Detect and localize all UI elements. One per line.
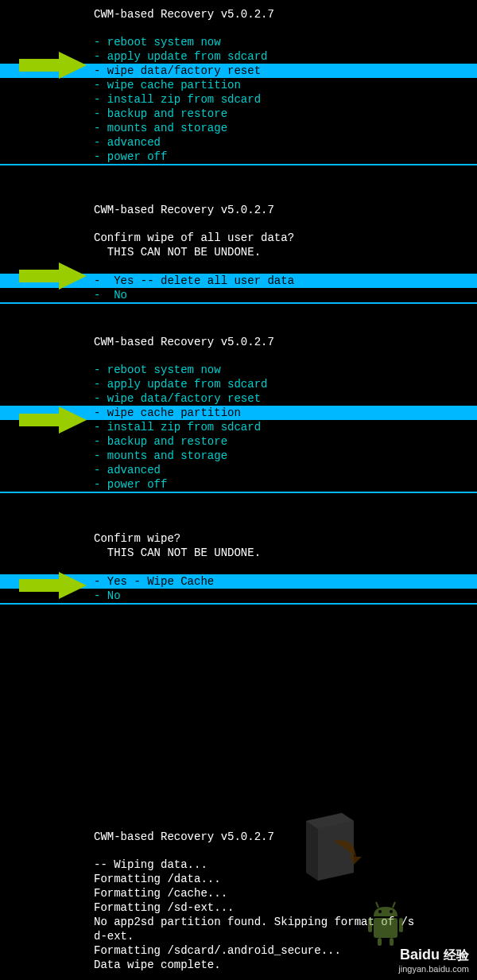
menu-item-wipe-cache[interactable]: - wipe cache partition [94,78,477,92]
arrow-indicator-icon [19,49,87,81]
confirm-warning: THIS CAN NOT BE UNDONE. [94,546,477,560]
svg-line-12 [376,902,378,908]
log-line: -- Wiping data... [94,858,477,872]
menu-item-install-zip[interactable]: - install zip from sdcard [94,92,477,107]
menu-item-apply-update[interactable]: - apply update from sdcard [94,49,477,64]
menu-divider [0,603,477,605]
recovery-title: CWM-based Recovery v5.0.2.7 [94,204,477,216]
svg-rect-6 [368,918,372,932]
svg-point-10 [378,910,382,913]
menu-item-advanced[interactable]: - advanced [94,135,477,150]
recovery-title: CWM-based Recovery v5.0.2.7 [94,336,477,348]
confirm-no[interactable]: - No [94,288,477,302]
svg-rect-5 [374,918,398,938]
menu-item-power-off[interactable]: - power off [94,150,477,164]
svg-rect-7 [399,918,403,932]
confirm-question: Confirm wipe of all user data? [94,231,477,245]
svg-marker-2 [306,821,318,881]
log-line: Formatting /sd-ext... [94,900,477,915]
menu-item-mounts[interactable]: - mounts and storage [94,449,477,463]
svg-point-11 [390,910,393,913]
log-line: d-ext. [94,929,477,943]
svg-rect-9 [390,938,394,946]
menu-item-install-zip[interactable]: - install zip from sdcard [94,420,477,434]
menu-item-reboot[interactable]: - reboot system now [94,363,477,377]
menu-item-mounts[interactable]: - mounts and storage [94,121,477,135]
menu-item-wipe-data[interactable]: - wipe data/factory reset [94,391,477,406]
box-icon [294,797,366,885]
menu-item-backup[interactable]: - backup and restore [94,107,477,121]
log-line: Formatting /data... [94,872,477,886]
menu-item-backup[interactable]: - backup and restore [94,434,477,449]
confirm-warning: THIS CAN NOT BE UNDONE. [94,245,477,259]
svg-line-13 [393,902,395,908]
log-line: Formatting /cache... [94,886,477,900]
watermark: Baidu 经验 jingyan.baidu.com [398,947,469,974]
menu-item-apply-update[interactable]: - apply update from sdcard [94,377,477,391]
android-icon [366,900,405,948]
log-line: No app2sd partition found. Skipping form… [94,915,477,929]
menu-item-power-off[interactable]: - power off [94,477,477,492]
recovery-title: CWM-based Recovery v5.0.2.7 [94,830,477,843]
menu-item-advanced[interactable]: - advanced [94,463,477,477]
menu-item-reboot[interactable]: - reboot system now [94,35,477,49]
arrow-indicator-icon [19,404,87,436]
watermark-url: jingyan.baidu.com [398,964,469,974]
svg-rect-8 [378,938,382,946]
arrow-indicator-icon [19,260,87,292]
arrow-indicator-icon [19,570,87,601]
recovery-title: CWM-based Recovery v5.0.2.7 [94,8,477,21]
confirm-question: Confirm wipe? [94,531,477,546]
confirm-no[interactable]: - No [94,589,477,603]
